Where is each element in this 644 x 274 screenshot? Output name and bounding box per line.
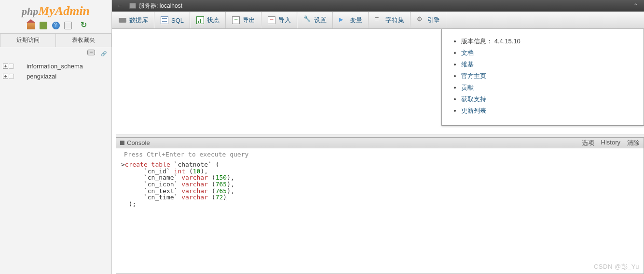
watermark: CSDN @彭_Yu bbox=[594, 262, 639, 271]
tree-tools bbox=[0, 47, 111, 59]
tab-engine[interactable]: 引擎 bbox=[411, 12, 446, 28]
collapse-toggle-icon[interactable]: ⌃ bbox=[630, 2, 641, 9]
link-wiki[interactable]: 维基 bbox=[461, 61, 474, 68]
content-area: 版本信息： 4.4.15.10 文档 维基 官方主页 贡献 获取支持 更新列表 … bbox=[112, 29, 644, 274]
expand-icon[interactable]: + bbox=[3, 64, 8, 69]
console-clear[interactable]: 清除 bbox=[627, 139, 640, 147]
tab-recent[interactable]: 近期访问 bbox=[0, 33, 55, 47]
collapse-icon[interactable] bbox=[87, 50, 95, 55]
main: ← 服务器: localhost ⌃ 数据库SQL状态导出导入设置变量字符集引擎… bbox=[112, 0, 644, 274]
help-icon[interactable] bbox=[52, 22, 60, 29]
tab-status[interactable]: 状态 bbox=[190, 12, 226, 28]
quick-icons bbox=[0, 19, 111, 33]
reload-icon[interactable] bbox=[77, 22, 84, 29]
tab-label: 字符集 bbox=[385, 16, 404, 25]
tab-sql[interactable]: SQL bbox=[154, 12, 190, 28]
sidebar-tabs: 近期访问 表收藏夹 bbox=[0, 33, 111, 47]
tab-label: 设置 bbox=[314, 16, 327, 25]
tab-label: SQL bbox=[171, 17, 184, 24]
link-icon[interactable] bbox=[99, 50, 107, 55]
link-support[interactable]: 获取支持 bbox=[461, 95, 486, 103]
tab-label: 变量 bbox=[350, 16, 362, 25]
tree-item[interactable]: + information_schema bbox=[3, 61, 109, 71]
tab-label: 导入 bbox=[278, 16, 291, 25]
console-history[interactable]: History bbox=[601, 139, 620, 147]
console-editor[interactable]: >create table `chatnote` ( `cn_id` int (… bbox=[116, 160, 644, 212]
database-icon bbox=[17, 73, 25, 79]
tab-label: 导出 bbox=[243, 16, 255, 25]
expand-icon[interactable]: + bbox=[3, 74, 8, 79]
link-homepage[interactable]: 官方主页 bbox=[461, 72, 486, 79]
version-row: 版本信息： 4.4.15.10 bbox=[461, 36, 633, 47]
db-name: information_schema bbox=[27, 63, 83, 70]
variables-icon bbox=[339, 16, 347, 24]
tab-databases[interactable]: 数据库 bbox=[113, 12, 154, 28]
settings-icon bbox=[303, 16, 311, 24]
console-toggle-icon[interactable] bbox=[120, 141, 124, 145]
logout-icon[interactable] bbox=[40, 22, 47, 29]
tab-import[interactable]: 导入 bbox=[261, 12, 297, 28]
tree-link-icon[interactable] bbox=[9, 64, 14, 69]
logo-part2: MyAdmin bbox=[38, 4, 90, 18]
topbar: ← 服务器: localhost ⌃ bbox=[112, 0, 644, 12]
link-changelog[interactable]: 更新列表 bbox=[461, 107, 486, 114]
info-panel: 版本信息： 4.4.15.10 文档 维基 官方主页 贡献 获取支持 更新列表 bbox=[441, 29, 644, 126]
sql-icon bbox=[161, 16, 168, 24]
status-icon bbox=[196, 16, 204, 24]
server-icon bbox=[129, 3, 136, 9]
import-icon bbox=[268, 16, 275, 24]
tab-export[interactable]: 导出 bbox=[226, 12, 261, 28]
tree-item[interactable]: + pengxiazai bbox=[3, 71, 109, 81]
link-docs[interactable]: 文档 bbox=[461, 49, 474, 56]
db-tree: + information_schema + pengxiazai bbox=[0, 59, 111, 83]
console-title: Console bbox=[127, 139, 150, 146]
server-label[interactable]: 服务器: localhost bbox=[139, 2, 182, 10]
logo-part1: php bbox=[22, 5, 38, 17]
logo[interactable]: phpMyAdmin bbox=[0, 0, 111, 19]
console-header[interactable]: Console 选项 History 清除 bbox=[116, 138, 644, 148]
engine-icon bbox=[417, 16, 425, 24]
link-contribute[interactable]: 贡献 bbox=[461, 84, 474, 91]
tree-link-icon[interactable] bbox=[9, 74, 14, 79]
home-icon[interactable] bbox=[27, 22, 35, 29]
main-toolbar: 数据库SQL状态导出导入设置变量字符集引擎 bbox=[112, 12, 644, 29]
version-value: 4.4.15.10 bbox=[494, 38, 521, 45]
tab-charset[interactable]: 字符集 bbox=[369, 12, 411, 28]
databases-icon bbox=[119, 18, 126, 20]
export-icon bbox=[232, 16, 240, 24]
tab-label: 数据库 bbox=[129, 16, 148, 25]
database-icon bbox=[17, 63, 25, 69]
console: Console 选项 History 清除 Press Ctrl+Enter t… bbox=[116, 137, 644, 274]
console-options[interactable]: 选项 bbox=[582, 139, 594, 147]
charset-icon bbox=[375, 16, 383, 24]
console-hint: Press Ctrl+Enter to execute query bbox=[116, 148, 644, 160]
back-arrow-icon[interactable]: ← bbox=[115, 2, 125, 9]
tab-label: 引擎 bbox=[427, 16, 440, 25]
db-name: pengxiazai bbox=[27, 73, 56, 80]
divider[interactable] bbox=[116, 134, 644, 137]
tab-settings[interactable]: 设置 bbox=[297, 12, 333, 28]
version-label: 版本信息： bbox=[461, 38, 493, 45]
docs-icon[interactable] bbox=[64, 22, 72, 29]
tab-variables[interactable]: 变量 bbox=[333, 12, 369, 28]
tab-favorites[interactable]: 表收藏夹 bbox=[55, 33, 111, 47]
sidebar: phpMyAdmin 近期访问 表收藏夹 + information_schem… bbox=[0, 0, 112, 274]
tab-label: 状态 bbox=[207, 16, 219, 25]
